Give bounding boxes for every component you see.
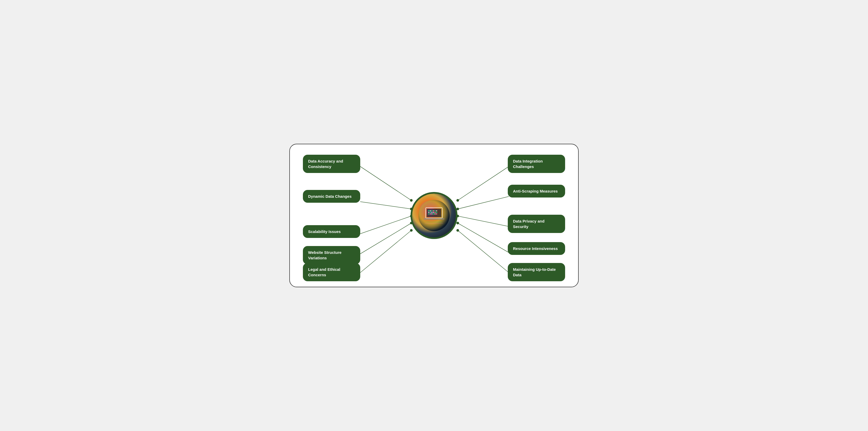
- svg-rect-25: [431, 210, 432, 211]
- node-left-4: Website Structure Variations: [303, 246, 360, 264]
- diagram-container: Data Accuracy and Consistency Dynamic Da…: [289, 144, 579, 287]
- center-graphic: [418, 200, 450, 231]
- node-left-1: Data Accuracy and Consistency: [303, 155, 360, 173]
- svg-rect-29: [433, 210, 434, 211]
- node-right-4: Resource Intensiveness: [508, 242, 565, 255]
- svg-rect-31: [436, 210, 437, 211]
- svg-rect-24: [430, 210, 431, 211]
- svg-line-14: [458, 216, 509, 226]
- node-right-5-label: Maintaining Up-to-Date Data: [513, 267, 556, 277]
- svg-point-17: [457, 222, 459, 224]
- svg-point-1: [410, 199, 413, 202]
- svg-rect-27: [430, 212, 431, 213]
- svg-rect-28: [431, 212, 432, 213]
- node-right-5: Maintaining Up-to-Date Data: [508, 263, 565, 281]
- svg-rect-37: [431, 213, 432, 214]
- node-right-1: Data Integration Challenges: [508, 155, 565, 173]
- svg-point-19: [457, 229, 459, 232]
- svg-rect-30: [435, 210, 436, 211]
- svg-rect-40: [436, 213, 437, 214]
- svg-rect-23: [428, 210, 429, 211]
- node-left-5-label: Legal and Ethical Concerns: [308, 267, 340, 277]
- node-left-3-label: Scalability Issues: [308, 229, 341, 234]
- center-circle: [410, 192, 458, 239]
- svg-point-9: [410, 229, 413, 232]
- svg-rect-35: [428, 213, 429, 214]
- svg-rect-33: [435, 212, 436, 213]
- svg-rect-39: [435, 213, 436, 214]
- node-right-3: Data Privacy and Security: [508, 215, 565, 233]
- svg-line-16: [458, 223, 509, 253]
- node-left-4-label: Website Structure Variations: [308, 250, 341, 260]
- svg-line-2: [360, 202, 411, 209]
- node-right-2-label: Anti-Scraping Measures: [513, 189, 558, 193]
- node-left-1-label: Data Accuracy and Consistency: [308, 159, 343, 169]
- svg-rect-41: [424, 218, 444, 220]
- svg-line-0: [360, 167, 411, 200]
- svg-line-18: [458, 230, 509, 272]
- node-right-1-label: Data Integration Challenges: [513, 159, 543, 169]
- svg-line-6: [360, 223, 411, 254]
- node-left-2-label: Dynamic Data Changes: [308, 194, 352, 199]
- svg-line-10: [458, 167, 509, 200]
- svg-rect-34: [436, 212, 437, 213]
- svg-line-12: [458, 197, 509, 209]
- svg-point-11: [457, 199, 459, 202]
- center-image: [412, 194, 456, 237]
- node-right-3-label: Data Privacy and Security: [513, 219, 545, 229]
- svg-rect-38: [433, 213, 434, 214]
- svg-rect-32: [433, 212, 434, 213]
- node-left-2: Dynamic Data Changes: [303, 190, 360, 203]
- node-right-4-label: Resource Intensiveness: [513, 246, 558, 251]
- svg-line-8: [360, 230, 411, 272]
- svg-line-4: [360, 216, 411, 234]
- svg-rect-26: [428, 212, 429, 213]
- svg-rect-36: [430, 213, 431, 214]
- node-right-2: Anti-Scraping Measures: [508, 185, 565, 198]
- node-left-5: Legal and Ethical Concerns: [303, 263, 360, 281]
- node-left-3: Scalability Issues: [303, 225, 360, 238]
